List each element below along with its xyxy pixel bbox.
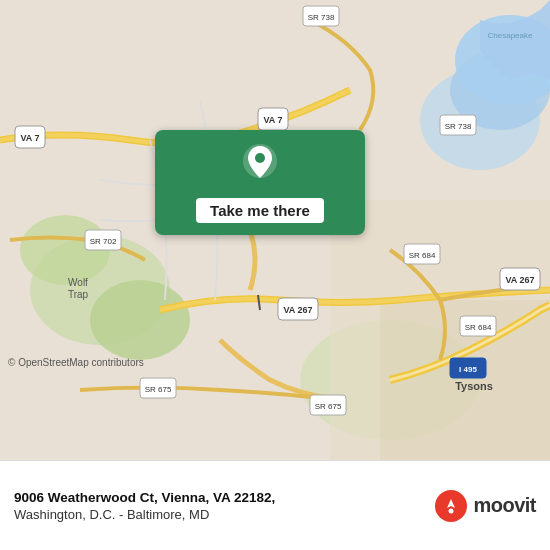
- svg-point-42: [255, 153, 265, 163]
- take-me-there-label: Take me there: [196, 198, 324, 223]
- svg-text:SR 738: SR 738: [445, 122, 472, 131]
- svg-text:Chesapeake: Chesapeake: [488, 31, 533, 40]
- svg-text:SR 684: SR 684: [465, 323, 492, 332]
- svg-text:SR 702: SR 702: [90, 237, 117, 246]
- svg-text:VA 267: VA 267: [505, 275, 534, 285]
- map-pin-icon: [242, 144, 278, 188]
- svg-text:Wolf: Wolf: [68, 277, 88, 288]
- address-line: 9006 Weatherwood Ct, Vienna, VA 22182,: [14, 489, 425, 508]
- svg-text:Trap: Trap: [68, 289, 89, 300]
- svg-text:SR 675: SR 675: [145, 385, 172, 394]
- svg-text:SR 684: SR 684: [409, 251, 436, 260]
- bottom-bar: 9006 Weatherwood Ct, Vienna, VA 22182, W…: [0, 460, 550, 550]
- moovit-icon: [435, 490, 467, 522]
- svg-text:I 495: I 495: [459, 365, 477, 374]
- take-me-there-button[interactable]: Take me there: [155, 130, 365, 235]
- city-line: Washington, D.C. - Baltimore, MD: [14, 507, 425, 522]
- svg-text:VA 7: VA 7: [20, 133, 39, 143]
- svg-text:SR 738: SR 738: [308, 13, 335, 22]
- address-block: 9006 Weatherwood Ct, Vienna, VA 22182, W…: [14, 489, 425, 523]
- svg-text:SR 675: SR 675: [315, 402, 342, 411]
- svg-text:Tysons: Tysons: [455, 380, 493, 392]
- map-view: VA 7 VA 7 SR 738 SR 738 SR 676 SR 702 VA…: [0, 0, 550, 460]
- svg-point-43: [449, 508, 454, 513]
- moovit-logo: moovit: [435, 490, 536, 522]
- svg-text:VA 267: VA 267: [283, 305, 312, 315]
- moovit-brand-text: moovit: [473, 494, 536, 517]
- osm-attribution: © OpenStreetMap contributors: [8, 357, 144, 368]
- svg-point-2: [90, 280, 190, 360]
- svg-text:VA 7: VA 7: [263, 115, 282, 125]
